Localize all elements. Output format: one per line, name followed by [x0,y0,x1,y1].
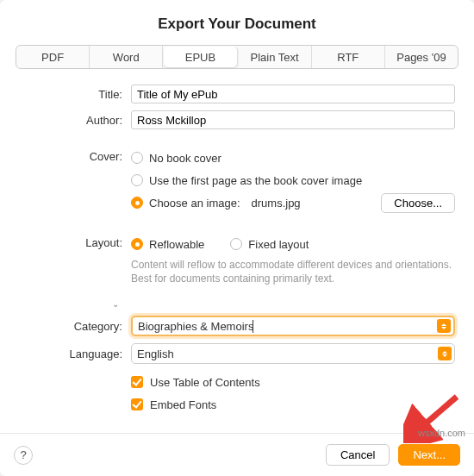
cover-image-name: drums.jpg [252,197,301,210]
cover-radio-first-page[interactable] [131,174,143,186]
format-tabs: PDF Word EPUB Plain Text RTF Pages '09 [16,45,458,69]
export-dialog: Export Your Document PDF Word EPUB Plain… [0,0,474,476]
expand-chevron-icon[interactable]: ⌄ [19,299,131,309]
dropdown-arrow-icon [438,347,452,360]
cover-option-none: No book cover [149,152,221,165]
dropdown-arrow-icon [437,319,451,333]
embed-fonts-label: Embed Fonts [150,398,216,411]
cover-label: Cover: [19,147,131,163]
tab-pages09[interactable]: Pages '09 [385,46,458,68]
layout-option-fixed: Fixed layout [248,238,309,251]
layout-radio-reflowable[interactable] [131,238,143,250]
use-toc-checkbox[interactable] [131,376,143,388]
help-button[interactable]: ? [14,446,33,465]
watermark: wsxdn.com [418,428,465,438]
tab-pdf[interactable]: PDF [16,46,90,68]
author-input[interactable] [131,110,455,129]
tab-rtf[interactable]: RTF [312,46,385,68]
dialog-title: Export Your Document [0,0,474,45]
tab-plain-text[interactable]: Plain Text [239,46,312,68]
tab-word[interactable]: Word [90,46,163,68]
layout-radio-fixed[interactable] [230,238,242,250]
title-label: Title: [19,88,131,101]
title-input[interactable] [131,85,455,103]
tab-epub[interactable]: EPUB [164,47,237,67]
author-label: Author: [19,114,131,127]
language-value: English [137,348,174,360]
language-select[interactable]: English [131,343,455,364]
layout-label: Layout: [19,233,131,249]
cover-option-first-page: Use the first page as the book cover ima… [149,174,362,187]
choose-image-button[interactable]: Choose... [381,193,455,213]
category-label: Category: [19,320,131,333]
cover-radio-choose-image[interactable] [131,197,143,209]
language-label: Language: [19,348,131,360]
cancel-button[interactable]: Cancel [326,444,390,466]
layout-help-text: Content will reflow to accommodate diffe… [131,258,455,285]
next-button[interactable]: Next... [398,444,460,466]
embed-fonts-checkbox[interactable] [131,398,143,410]
category-value: Biographies & Memoirs [138,320,253,333]
category-select[interactable]: Biographies & Memoirs [131,316,455,336]
dialog-footer: ? Cancel Next... [0,433,474,476]
cover-radio-none[interactable] [131,152,143,164]
cover-option-choose-image: Choose an image: [149,197,240,210]
use-toc-label: Use Table of Contents [150,376,260,389]
layout-option-reflowable: Reflowable [149,238,204,251]
form-body: Title: Author: Cover: No book cover Use … [0,85,474,433]
